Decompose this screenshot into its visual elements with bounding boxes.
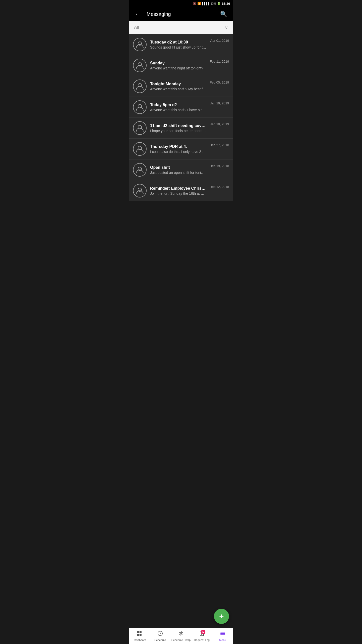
message-item[interactable]: Open shift Just posted an open shift for… — [129, 159, 233, 180]
message-preview: Anyone want the night off tonight? — [150, 66, 206, 70]
message-preview: Anyone want this shift? I have a ton of … — [150, 108, 207, 112]
message-item[interactable]: Tonight Monday Anyone want this shift ? … — [129, 76, 233, 97]
message-item[interactable]: 11 am d2 shift needing coverage I hope y… — [129, 118, 233, 139]
status-time: 15:36 — [222, 2, 230, 6]
message-item[interactable]: Sunday Anyone want the night off tonight… — [129, 55, 233, 76]
message-content: Thursday PDR at 4. I could also do this.… — [150, 144, 206, 154]
filter-label: All — [134, 25, 139, 30]
avatar — [133, 121, 147, 135]
message-item[interactable]: Reminder: Employee Christmas Party Join … — [129, 180, 233, 201]
message-title: Tonight Monday — [150, 82, 206, 86]
message-date: Jan 19, 2019 — [210, 101, 229, 105]
page-title: Messaging — [147, 11, 214, 17]
avatar — [133, 79, 147, 93]
status-icons: 🔇 📶 ▌▌▌▌ 13% 🔋 15:36 — [193, 2, 230, 6]
message-title: Tuesday d2 at 10:30 — [150, 40, 207, 45]
message-content: 11 am d2 shift needing coverage I hope y… — [150, 124, 207, 133]
message-preview: Sounds good I'll just show up for the sh… — [150, 45, 207, 49]
search-button[interactable]: 🔍 — [218, 9, 229, 19]
message-content: Open shift Just posted an open shift for… — [150, 165, 206, 175]
avatar — [133, 38, 147, 51]
message-list: Tuesday d2 at 10:30 Sounds good I'll jus… — [129, 34, 233, 201]
back-button[interactable]: ← — [133, 9, 143, 19]
message-item[interactable]: Today 5pm d2 Anyone want this shift? I h… — [129, 97, 233, 118]
message-preview: Just posted an open shift for tonight at… — [150, 171, 206, 175]
message-preview: I hope your son feels better soon! ?? — [150, 129, 207, 133]
message-content: Tuesday d2 at 10:30 Sounds good I'll jus… — [150, 40, 207, 49]
message-date: Apr 01, 2019 — [210, 39, 229, 43]
message-title: Reminder: Employee Christmas Party — [150, 186, 206, 191]
chevron-down-icon: ∨ — [225, 25, 228, 30]
message-date: Dec 19, 2018 — [210, 164, 229, 168]
avatar — [133, 163, 147, 177]
message-date: Dec 12, 2018 — [210, 185, 229, 189]
avatar — [133, 184, 147, 197]
message-content: Today 5pm d2 Anyone want this shift? I h… — [150, 103, 207, 112]
battery-percent: 13% — [211, 2, 216, 5]
message-item[interactable]: Thursday PDR at 4. I could also do this.… — [129, 139, 233, 159]
filter-row[interactable]: All ∨ — [129, 21, 233, 34]
avatar — [133, 142, 147, 156]
message-item[interactable]: Tuesday d2 at 10:30 Sounds good I'll jus… — [129, 34, 233, 55]
message-date: Feb 11, 2019 — [210, 60, 229, 63]
message-title: Open shift — [150, 165, 206, 170]
battery-icon: 🔋 — [217, 2, 221, 5]
message-title: Today 5pm d2 — [150, 103, 207, 107]
message-content: Reminder: Employee Christmas Party Join … — [150, 186, 206, 195]
message-preview: Join the fun, Sunday the 16th at 9pm in … — [150, 191, 206, 195]
message-title: Sunday — [150, 61, 206, 65]
message-list-wrapper: Tuesday d2 at 10:30 Sounds good I'll jus… — [129, 34, 233, 204]
wifi-icon: 📶 — [197, 2, 201, 5]
avatar — [133, 100, 147, 114]
message-date: Jan 10, 2019 — [210, 122, 229, 126]
message-content: Tonight Monday Anyone want this shift ? … — [150, 82, 206, 91]
message-content: Sunday Anyone want the night off tonight… — [150, 61, 206, 70]
message-preview: Anyone want this shift ? My best friends… — [150, 87, 206, 91]
status-bar: 🔇 📶 ▌▌▌▌ 13% 🔋 15:36 — [129, 0, 233, 7]
message-preview: I could also do this. I only have 2 lunc… — [150, 150, 206, 154]
message-title: 11 am d2 shift needing coverage — [150, 124, 207, 128]
mute-icon: 🔇 — [193, 2, 196, 5]
message-date: Feb 05, 2019 — [210, 80, 229, 84]
avatar — [133, 59, 147, 72]
signal-icon: ▌▌▌▌ — [202, 2, 210, 5]
message-title: Thursday PDR at 4. — [150, 144, 206, 149]
message-date: Dec 27, 2018 — [210, 143, 229, 147]
top-bar: ← Messaging 🔍 — [129, 7, 233, 21]
